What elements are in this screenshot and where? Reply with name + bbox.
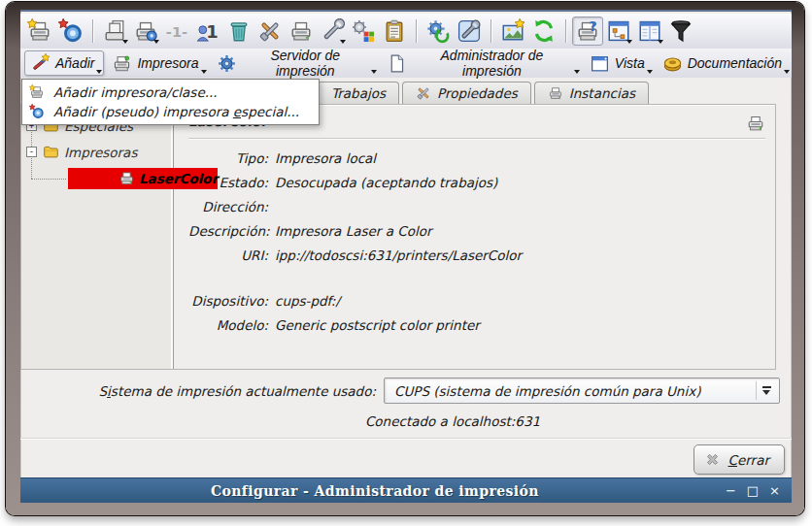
- tree-item-impresoras[interactable]: -Impresoras: [21, 139, 173, 165]
- close-button-label: Cerrar: [728, 452, 769, 468]
- configure-server-button[interactable]: [454, 16, 485, 46]
- tab-propiedades-label: Propiedades: [437, 85, 518, 101]
- tab-trabajos[interactable]: Trabajos: [318, 82, 399, 104]
- filter-printers-button[interactable]: [665, 16, 696, 46]
- menu-item-add-printer-class[interactable]: Añadir impresora/clase...: [22, 82, 319, 102]
- soft-default-button[interactable]: -1-: [161, 16, 192, 46]
- menu-vista[interactable]: Vista: [584, 50, 655, 76]
- print-test-page-button[interactable]: [99, 16, 130, 46]
- wrench-blue-icon: [457, 18, 482, 44]
- info-label: Tipo:: [188, 150, 275, 175]
- wand-icon: [30, 53, 51, 74]
- menu-administrador-impresion[interactable]: Administrador de impresión: [381, 50, 582, 76]
- job-report-button[interactable]: [379, 16, 410, 46]
- view-tree-button[interactable]: [603, 16, 634, 46]
- menu-anadir-label: Añadir: [55, 55, 94, 71]
- printer-search-button[interactable]: [130, 16, 161, 46]
- dropdown-arrow-icon: [784, 70, 790, 74]
- dropdown-arrow-icon[interactable]: [756, 381, 776, 400]
- tree-item-lasercolor[interactable]: LaserColor: [21, 165, 173, 191]
- info-value: Generic postscript color printer: [275, 317, 765, 342]
- dropdown-arrow-icon: [647, 70, 653, 74]
- info-label: URI:: [188, 247, 275, 272]
- minimize-window-button[interactable]: −: [726, 484, 736, 497]
- info-row: URI:ipp://todoscsi:631/printers/LaserCol…: [188, 247, 765, 272]
- restart-server-button[interactable]: [423, 16, 454, 46]
- printer-tools-button[interactable]: [317, 16, 348, 46]
- info-row: Dirección:: [188, 199, 765, 223]
- special-printer-add-icon: [29, 104, 45, 119]
- printer-info-toggle-button[interactable]: ?: [572, 16, 603, 46]
- button-row: Cerrar: [694, 444, 785, 475]
- info-label: Estado:: [188, 175, 275, 199]
- printer-info-panel: LaserColor Tipo:Impresora localEstado:De…: [179, 105, 775, 369]
- document-icon: [387, 53, 407, 74]
- docs-gold-icon: [662, 53, 683, 74]
- printer-add-icon: [27, 18, 52, 44]
- add-special-printer-button[interactable]: [55, 16, 86, 46]
- info-row: Modelo:Generic postscript color printer: [188, 317, 765, 342]
- soft-default-icon: -1-: [164, 18, 189, 44]
- info-value: [275, 199, 765, 223]
- image-star-icon: [500, 18, 525, 44]
- print-system-select[interactable]: CUPS (sistema de impresión común para Un…: [384, 378, 780, 404]
- dropdown-arrow-icon: [658, 40, 663, 44]
- test-printer-button[interactable]: [286, 16, 317, 46]
- menu-impresora[interactable]: Impresora: [106, 50, 208, 76]
- dropdown-arrow-icon: [340, 40, 346, 44]
- tab-instancias[interactable]: Instancias: [534, 82, 649, 104]
- folder-icon: [43, 144, 59, 160]
- remove-printer-button[interactable]: [223, 16, 254, 46]
- print-system-row: Sistema de impresión actualmente usado: …: [20, 378, 780, 404]
- special-printer-add-icon: [58, 18, 84, 44]
- menu-servidor-impresion[interactable]: Servidor de impresión: [211, 50, 380, 76]
- toolbar-separator: [92, 19, 93, 43]
- configure-printer-button[interactable]: [254, 16, 286, 46]
- info-row: Tipo:Impresora local: [188, 150, 765, 175]
- close-window-button[interactable]: ×: [769, 484, 780, 497]
- svg-text:-1-: -1-: [166, 23, 187, 40]
- svg-text:?: ?: [589, 18, 596, 34]
- menu-toolbar: AñadirImpresoraServidor de impresiónAdmi…: [20, 49, 792, 78]
- funnel-icon: [668, 18, 694, 44]
- tree-expander[interactable]: -: [26, 147, 37, 157]
- close-button[interactable]: Cerrar: [694, 444, 785, 475]
- maximize-window-button[interactable]: □: [747, 484, 759, 497]
- menu-item-label: Añadir (pseudo) impresora especial...: [53, 104, 299, 119]
- close-x-icon: [704, 451, 721, 468]
- tools-icon: [416, 85, 431, 101]
- info-group: Dispositivo:cups-pdf:/Modelo:Generic pos…: [188, 293, 765, 342]
- tab-bar: TrabajosPropiedadesInstancias: [318, 82, 649, 104]
- menu-documentacion[interactable]: Documentación: [657, 50, 792, 76]
- menu-anadir[interactable]: Añadir: [24, 50, 104, 76]
- content-panel: +Especiales-ImpresorasLaserColor LaserCo…: [20, 104, 776, 370]
- tab-propiedades[interactable]: Propiedades: [402, 82, 531, 104]
- toolbar-separator: [565, 19, 566, 43]
- window-content: -1-1? AñadirImpresoraServidor de impresi…: [20, 10, 792, 503]
- view-columns-button[interactable]: [634, 16, 665, 46]
- tab-trabajos-label: Trabajos: [331, 85, 386, 101]
- set-user-default-button[interactable]: 1: [192, 16, 223, 46]
- add-menu-popup: Añadir impresora/clase...Añadir (pseudo)…: [21, 79, 320, 125]
- info-value: Impresora local: [275, 150, 765, 175]
- menu-item-add-pseudo-printer[interactable]: Añadir (pseudo) impresora especial...: [22, 102, 319, 121]
- dropdown-arrow-icon: [574, 70, 580, 74]
- printer-icon: [746, 114, 765, 133]
- refresh-view-button[interactable]: [528, 16, 559, 46]
- add-printer-wizard-button[interactable]: [24, 16, 55, 46]
- menu-item-label: Añadir impresora/clase...: [53, 84, 218, 100]
- gear-blue-icon: [217, 53, 237, 74]
- print-wizard-button[interactable]: [497, 16, 528, 46]
- dropdown-arrow-icon: [122, 40, 128, 44]
- svg-text:1: 1: [206, 21, 218, 42]
- window-titlebar[interactable]: Configurar - Administrador de impresión …: [20, 477, 792, 503]
- printer-question-icon: ?: [575, 18, 600, 44]
- clipboard-icon: [382, 18, 407, 44]
- gear-refresh-icon: [425, 18, 451, 44]
- dropdown-arrow-icon: [201, 70, 207, 74]
- desktop-background: -1-1? AñadirImpresoraServidor de impresi…: [0, 0, 812, 526]
- tools-icon: [257, 18, 283, 44]
- window-title: Configurar - Administrador de impresión: [20, 483, 726, 499]
- divider: [188, 138, 765, 140]
- driver-settings-button[interactable]: [348, 16, 379, 46]
